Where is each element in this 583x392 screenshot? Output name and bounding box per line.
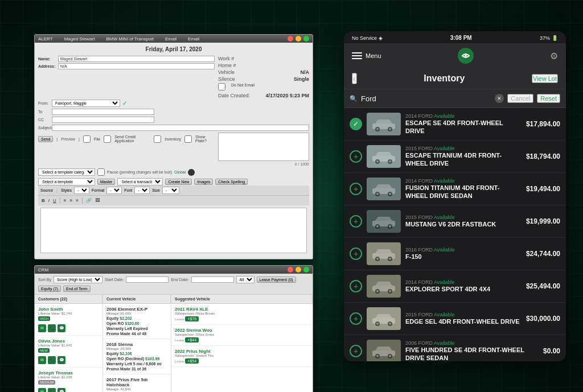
search-reset-button[interactable]: Reset	[537, 94, 560, 103]
phone-icon-0[interactable]: 📞	[48, 324, 56, 332]
customer-name-0[interactable]: John Smith	[38, 307, 99, 312]
link-btn[interactable]: 🔗	[85, 197, 93, 204]
align-left-btn[interactable]: ≡	[63, 197, 68, 204]
equity-btn[interactable]: Equity (7)	[38, 286, 61, 292]
item-add-btn-2[interactable]: +	[350, 183, 362, 195]
crm-vehicle-col: Current Vehicle 2006 Element EX-P Mileag…	[103, 295, 171, 392]
from-select[interactable]: Fairoport, Maggie	[52, 100, 120, 107]
msg-icon-0[interactable]: ✉	[38, 324, 46, 332]
item-add-btn-3[interactable]: +	[350, 215, 362, 228]
compose-date: Friday, April 17, 2020	[38, 46, 309, 52]
file-checkbox[interactable]	[83, 135, 91, 143]
eq-value-0: $2,202	[120, 316, 132, 320]
crm-min-btn[interactable]	[295, 267, 301, 273]
show-plate-checkbox[interactable]	[184, 135, 192, 143]
menu-line-3	[352, 58, 362, 59]
images-btn[interactable]: Images	[194, 179, 213, 185]
suggested-name-0[interactable]: 2021 RAV4 XLE	[175, 307, 309, 312]
search-clear-button[interactable]: ✕	[495, 94, 504, 103]
suggested-name-2[interactable]: 2022 Prius Night	[175, 349, 309, 354]
crm-close-btn[interactable]	[288, 267, 293, 273]
back-button[interactable]: ‹	[352, 73, 357, 84]
item-check-btn-0[interactable]: ✓	[350, 118, 362, 130]
lease-payment-btn[interactable]: Lease Payment (0)	[257, 277, 296, 283]
item-add-btn-1[interactable]: +	[350, 150, 362, 163]
template-category-select[interactable]: Select a template category	[38, 168, 95, 176]
item-add-btn-5[interactable]: +	[350, 280, 362, 292]
menu-button[interactable]	[352, 52, 362, 59]
phone-icon-1[interactable]: 📞	[48, 356, 56, 364]
search-cancel-button[interactable]: Cancel	[507, 94, 533, 103]
create-new-btn[interactable]: Create New	[165, 179, 192, 185]
svg-point-10	[389, 160, 391, 163]
send-btn[interactable]: Send	[38, 136, 53, 142]
vehicle-name-2: 2017 Prius Five 5dr Hatchback	[106, 377, 167, 387]
size-select[interactable]: -	[162, 187, 179, 194]
customer-meta-2: Lifetime Value: $2,235	[38, 376, 99, 379]
subject-input[interactable]	[52, 125, 309, 131]
suggested-name-1[interactable]: 2022 Sienna Woo	[175, 328, 309, 333]
ro-status-select[interactable]: All	[236, 276, 254, 283]
inventory-checkbox[interactable]	[154, 135, 161, 143]
compose-right-col: Work # Home # Vehicle N/A Silence Single	[218, 56, 309, 100]
view-lot-button[interactable]: View Lot	[532, 74, 558, 83]
cc-input[interactable]	[52, 117, 154, 123]
check-spelling-btn[interactable]: Check Spelling	[215, 179, 248, 185]
compose-close-btn[interactable]	[288, 36, 293, 42]
pending-label: Pause (pending changes will be lost)	[107, 170, 172, 174]
master-btn[interactable]: Master	[97, 179, 115, 185]
compose-status-label: Email	[188, 36, 199, 42]
do-not-email-checkbox[interactable]	[218, 83, 225, 90]
suggested-lease-0: Lease	[175, 317, 184, 321]
sort-select[interactable]: Score (High to Low)	[54, 276, 102, 283]
compose-min-btn[interactable]	[295, 36, 301, 42]
font-select[interactable]: -	[134, 187, 150, 194]
suggested-item-0: 2021 RAV4 XLE Salesperson: Olivia Brown …	[171, 304, 313, 325]
customer-item-1: Olivia Jones Lifetime Value: $1,945 NEW …	[35, 336, 102, 368]
svg-point-33	[376, 323, 379, 325]
start-date-input[interactable]: 09/04/2019	[126, 277, 169, 283]
msg-icon-1[interactable]: ✉	[38, 356, 46, 364]
compose-left-col: Name: Maged Stewart Address: N/A	[38, 56, 215, 100]
search-input[interactable]	[361, 94, 491, 103]
sms-icon-2[interactable]: 💬	[58, 388, 65, 392]
customer-item-2: Joseph Thomas Lifetime Value: $2,235 MED…	[35, 368, 102, 392]
template-select[interactable]: Select a template	[38, 178, 95, 185]
pending-checkbox[interactable]	[97, 168, 105, 176]
comments-area[interactable]	[218, 133, 309, 161]
crm-max-btn[interactable]	[303, 267, 309, 273]
suggested-item-1: 2022 Sienna Woo Salesperson: Olivia Jone…	[171, 325, 313, 346]
end-date-input[interactable]: 04/02/2019	[191, 277, 234, 283]
phone-icon-2[interactable]: 📞	[48, 388, 56, 392]
align-right-btn[interactable]: ≡	[75, 197, 80, 204]
bold-btn[interactable]: B	[40, 197, 46, 204]
underline-btn[interactable]: U	[52, 197, 58, 204]
customer-name-1[interactable]: Olivia Jones	[38, 339, 99, 344]
item-add-btn-6[interactable]: +	[350, 312, 362, 325]
customer-badge-0: HIGH	[38, 316, 50, 321]
image-btn[interactable]: 🖼	[94, 197, 101, 204]
end-of-term-btn[interactable]: End of Term	[63, 286, 91, 292]
menu-line-1	[352, 52, 362, 53]
styles-select[interactable]: -	[74, 187, 89, 194]
sms-icon-0[interactable]: 💬	[58, 324, 65, 332]
home-label: Home #	[218, 63, 236, 68]
to-input[interactable]	[52, 109, 154, 115]
msg-icon-2[interactable]: ✉	[38, 388, 46, 392]
inventory-title: Inventory	[424, 73, 465, 84]
format-select[interactable]: -	[106, 187, 122, 194]
compose-editor-area[interactable]	[40, 208, 307, 253]
compose-max-btn[interactable]	[303, 36, 309, 42]
align-center-btn[interactable]: ≡	[68, 197, 73, 204]
toolbar-div1	[60, 197, 60, 204]
inventory-item-5: + 2014 FORD Available EXPLORER SPORT 4DR…	[344, 270, 566, 303]
item-add-btn-7[interactable]: +	[350, 345, 362, 357]
sms-icon-1[interactable]: 💬	[58, 356, 65, 364]
send-credit-checkbox[interactable]	[104, 135, 111, 143]
item-add-btn-4[interactable]: +	[350, 247, 362, 260]
customer-name-2[interactable]: Joseph Thomas	[38, 370, 99, 376]
car-info-1: 2015 FORD Available ESCAPE TITANIUM 4DR …	[405, 146, 522, 168]
transaction-select[interactable]: Select a transaction to	[117, 178, 163, 185]
italic-btn[interactable]: I	[47, 197, 51, 204]
settings-icon[interactable]: ⚙	[550, 51, 558, 61]
